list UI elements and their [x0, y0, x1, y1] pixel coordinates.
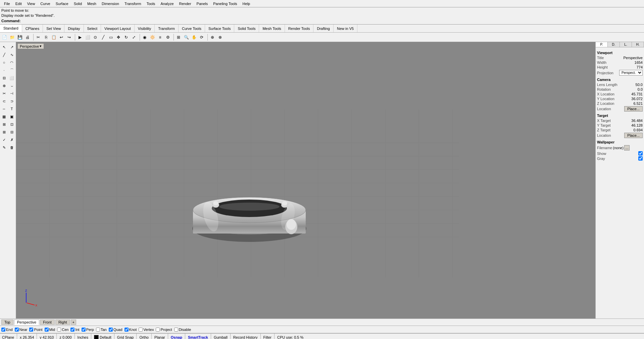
lt-select-icon[interactable]: ↖: [0, 43, 8, 51]
menu-mesh[interactable]: Mesh: [85, 1, 99, 6]
lt-hatch-icon[interactable]: ▦: [0, 113, 8, 120]
lt-select2-icon[interactable]: ↗: [8, 43, 15, 51]
new-icon[interactable]: 📄: [1, 34, 8, 41]
osnap-project-check[interactable]: [156, 328, 160, 332]
rp-location-btn[interactable]: Place...: [624, 106, 643, 112]
lt-check-icon[interactable]: ✓: [0, 136, 8, 143]
osnap-quad-check[interactable]: [109, 328, 113, 332]
sb-grid-snap[interactable]: Grid Snap: [114, 334, 137, 339]
cut-icon[interactable]: ✂: [35, 34, 42, 41]
lt-trim-icon[interactable]: ✂: [0, 90, 8, 97]
tab-transform[interactable]: Transform: [155, 25, 179, 32]
lt-fillet-icon[interactable]: ⌣: [8, 82, 15, 89]
tab-curve-tools[interactable]: Curve Tools: [179, 25, 205, 32]
osnap-point-label[interactable]: Point: [34, 328, 42, 332]
lt-cross-icon[interactable]: ✗: [8, 136, 15, 143]
snap-icon[interactable]: ⊕: [209, 34, 216, 41]
osnap-perp-check[interactable]: [82, 328, 86, 332]
osnap-near-check[interactable]: [15, 328, 19, 332]
redo-icon[interactable]: ↪: [65, 34, 73, 41]
osnap-knot-label[interactable]: Knot: [129, 328, 137, 332]
vp-tab-perspective[interactable]: Perspective: [14, 320, 39, 325]
lt-edit-icon[interactable]: ✎: [0, 144, 8, 151]
viewport-area[interactable]: Perspective ▾ Z X Y: [16, 42, 595, 319]
lt-mirror-icon[interactable]: ⊃: [8, 97, 15, 105]
osnap-end-label[interactable]: End: [6, 328, 13, 332]
menu-file[interactable]: File: [1, 1, 13, 6]
sb-filter[interactable]: Filter: [261, 334, 275, 339]
tab-visibility[interactable]: Visibility: [135, 25, 155, 32]
tab-display[interactable]: Display: [64, 25, 84, 32]
print-icon[interactable]: 🖨: [24, 34, 31, 41]
sb-smart-track[interactable]: SmartTrack: [185, 334, 211, 339]
line-icon[interactable]: ╱: [99, 34, 107, 41]
lt-dim-icon[interactable]: ↔: [0, 105, 8, 113]
sb-osnap[interactable]: Osnap: [168, 334, 185, 339]
menu-dimension[interactable]: Dimension: [99, 1, 122, 6]
rotate-icon[interactable]: ↻: [122, 34, 130, 41]
menu-paneling-tools[interactable]: Paneling Tools: [210, 1, 240, 6]
lt-curve-icon[interactable]: ∿: [8, 51, 15, 58]
circle-icon[interactable]: ⊙: [92, 34, 99, 41]
lt-polyline-icon[interactable]: ⌒: [8, 67, 15, 74]
tab-mesh-tools[interactable]: Mesh Tools: [259, 25, 285, 32]
menu-tools[interactable]: Tools: [144, 1, 158, 6]
sb-planar[interactable]: Planar: [152, 334, 168, 339]
menu-solid[interactable]: Solid: [71, 1, 85, 6]
lt-arc-icon[interactable]: ◠: [8, 59, 15, 66]
tab-solid-tools[interactable]: Solid Tools: [234, 25, 259, 32]
menu-edit[interactable]: Edit: [13, 1, 24, 6]
osnap-quad-label[interactable]: Quad: [113, 328, 122, 332]
osnap-cen-label[interactable]: Cen: [62, 328, 68, 332]
sb-ortho[interactable]: Ortho: [137, 334, 152, 339]
menu-surface[interactable]: Surface: [53, 1, 71, 6]
pan-icon[interactable]: ✋: [190, 34, 198, 41]
lt-circle-icon[interactable]: ○: [0, 59, 8, 66]
osnap-int-check[interactable]: [70, 328, 75, 332]
tab-drafting[interactable]: Drafting: [313, 25, 334, 32]
osnap-vertex-check[interactable]: [139, 328, 143, 332]
rp-show-checkbox[interactable]: [638, 151, 643, 156]
undo-icon[interactable]: ↩: [58, 34, 65, 41]
tab-surface-tools[interactable]: Surface Tools: [205, 25, 234, 32]
lt-delete-icon[interactable]: 🗑: [8, 144, 15, 151]
open-icon[interactable]: 📁: [8, 34, 16, 41]
rp-projection-select[interactable]: Perspect. Parallel Top Front Right: [619, 70, 643, 76]
tab-standard[interactable]: Standard: [0, 25, 22, 32]
vp-tab-right[interactable]: Right: [55, 320, 70, 325]
tab-render-tools[interactable]: Render Tools: [285, 25, 314, 32]
paste-icon[interactable]: 📋: [50, 34, 57, 41]
menu-panels[interactable]: Panels: [194, 1, 211, 6]
lt-offset-icon[interactable]: ⊂: [0, 97, 8, 105]
osnap-vertex-label[interactable]: Vertex: [143, 328, 154, 332]
copy-icon[interactable]: ⎘: [42, 34, 50, 41]
command-input[interactable]: [21, 19, 122, 23]
vp-tab-top[interactable]: Top: [1, 320, 13, 325]
lt-analyse-icon[interactable]: ⊞: [0, 128, 8, 136]
tab-select[interactable]: Select: [84, 25, 101, 32]
lt-extend-icon[interactable]: ⊣: [8, 90, 15, 97]
select-icon[interactable]: ▶: [76, 34, 84, 41]
lt-extrude-icon[interactable]: ⊟: [0, 74, 8, 82]
menu-help[interactable]: Help: [240, 1, 253, 6]
osnap-int-label[interactable]: Int: [75, 328, 79, 332]
tab-new-in-v5[interactable]: New in V5: [334, 25, 357, 32]
menu-view[interactable]: View: [24, 1, 38, 6]
gumball-icon[interactable]: ⊗: [216, 34, 224, 41]
lt-text-icon[interactable]: T: [8, 105, 15, 113]
rp-gray-checkbox[interactable]: [638, 156, 643, 161]
orbit-icon[interactable]: ⟳: [198, 34, 205, 41]
osnap-tan-label[interactable]: Tan: [101, 328, 107, 332]
vp-tab-add[interactable]: +: [71, 320, 76, 325]
osnap-near-label[interactable]: Near: [19, 328, 28, 332]
osnap-perp-label[interactable]: Perp: [86, 328, 94, 332]
save-icon[interactable]: 💾: [16, 34, 23, 41]
osnap-disable-label[interactable]: Disable: [179, 328, 191, 332]
osnap-project-label[interactable]: Project: [160, 328, 172, 332]
lt-array-icon[interactable]: ⊞: [0, 121, 8, 128]
render-icon[interactable]: 🔆: [149, 34, 156, 41]
zoom-window-icon[interactable]: 🔍: [183, 34, 190, 41]
scale-icon[interactable]: ⤢: [130, 34, 138, 41]
lt-group-icon[interactable]: ▣: [8, 113, 15, 120]
sb-layer-name[interactable]: Default: [100, 335, 111, 339]
